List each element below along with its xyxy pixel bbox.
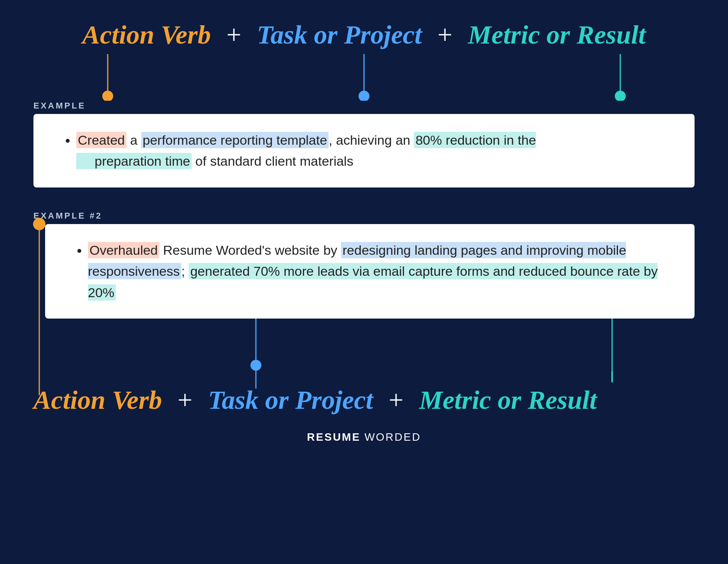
connector-svg-1: [33, 54, 695, 101]
svg-point-3: [359, 91, 369, 101]
example1-action-highlight: Created: [76, 132, 126, 148]
metric-label-top: Metric or Result: [468, 19, 646, 50]
example2-wrapper: Overhauled Resume Worded's website by re…: [33, 224, 695, 319]
svg-point-1: [102, 91, 113, 101]
example1-label: EXAMPLE: [33, 101, 695, 111]
example1-box: Created a performance reporting template…: [33, 114, 695, 187]
teal-line-box2: [611, 319, 613, 385]
brand-worded: WORDED: [364, 431, 421, 443]
example2-text-a: Resume Worded's website by: [159, 243, 341, 257]
plus-2-top: +: [438, 19, 452, 50]
example2-label: EXAMPLE #2: [33, 211, 695, 221]
orange-line-left: [30, 216, 49, 411]
example1-text-c: of standard client materials: [192, 154, 354, 168]
connector-area-bottom: [33, 322, 695, 381]
svg-point-10: [611, 371, 613, 382]
metric-label-bottom: Metric or Result: [419, 385, 597, 415]
brand-footer: RESUMEWORDED: [307, 431, 421, 443]
example2-box: Overhauled Resume Worded's website by re…: [45, 224, 695, 319]
brand-resume: RESUME: [307, 431, 360, 443]
plus-1-bottom: +: [178, 385, 192, 415]
example2-text: Overhauled Resume Worded's website by re…: [76, 240, 671, 303]
plus-1-top: +: [226, 19, 241, 50]
blue-line-box2: [255, 319, 257, 396]
example2-section: EXAMPLE #2 Overhauled Resume Worded's we…: [33, 211, 695, 415]
example1-text-b: , achieving an: [329, 133, 414, 147]
example2-text-b: ;: [181, 264, 189, 278]
example1-section: EXAMPLE Created a performance reporting …: [33, 54, 695, 187]
example1-bullet: Created a performance reporting template…: [76, 130, 671, 172]
task-label-top: Task or Project: [257, 19, 422, 50]
bottom-header-row: Action Verb + Task or Project + Metric o…: [33, 385, 695, 415]
top-header-row: Action Verb + Task or Project + Metric o…: [33, 19, 695, 50]
svg-point-6: [33, 218, 46, 230]
example1-text: Created a performance reporting template…: [65, 130, 671, 172]
example2-bullet: Overhauled Resume Worded's website by re…: [88, 240, 671, 303]
action-verb-label-top: Action Verb: [82, 19, 211, 50]
example1-task-highlight: performance reporting template: [141, 132, 329, 148]
example1-text-a: a: [130, 133, 141, 147]
example2-action-highlight: Overhauled: [88, 242, 159, 258]
action-verb-label-bottom: Action Verb: [33, 385, 162, 415]
task-label-bottom: Task or Project: [208, 385, 373, 415]
svg-point-5: [615, 91, 626, 101]
connector-area-1: [33, 54, 695, 101]
plus-2-bottom: +: [388, 385, 403, 415]
